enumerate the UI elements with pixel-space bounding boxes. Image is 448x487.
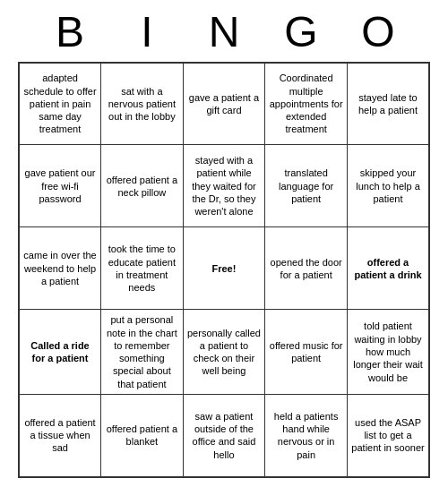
cell-r1-c1: offered patient a neck pillow [101, 145, 184, 227]
cell-r2-c3: opened the door for a patient [265, 227, 348, 310]
cell-r1-c2: stayed with a patient while they waited … [183, 145, 265, 227]
cell-r4-c0: offered a patient a tissue when sad [19, 395, 101, 477]
cell-r2-c2: Free! [183, 227, 265, 310]
bingo-grid: adapted schedule to offer patient in pai… [18, 62, 430, 478]
cell-r0-c4: stayed late to help a patient [348, 63, 429, 145]
cell-r3-c4: told patient waiting in lobby how much l… [348, 310, 429, 395]
letter-o: O [340, 9, 417, 56]
cell-r1-c4: skipped your lunch to help a patient [348, 145, 429, 227]
cell-r0-c2: gave a patient a gift card [183, 63, 265, 145]
cell-r3-c0: Called a ride for a patient [19, 310, 101, 395]
cell-r0-c3: Coordinated multiple appointments for ex… [265, 63, 348, 145]
cell-r2-c4: offered a patient a drink [348, 227, 429, 310]
cell-r3-c2: personally called a patient to check on … [183, 310, 265, 395]
cell-r2-c1: took the time to educate patient in trea… [101, 227, 184, 310]
letter-g: G [263, 9, 340, 56]
cell-r4-c4: used the ASAP list to get a patient in s… [348, 395, 429, 477]
cell-r1-c0: gave patient our free wi-fi password [19, 145, 101, 227]
letter-i: I [108, 9, 185, 56]
cell-r4-c2: saw a patient outside of the office and … [183, 395, 265, 477]
letter-n: N [185, 9, 263, 56]
cell-r3-c1: put a personal note in the chart to reme… [101, 310, 184, 395]
cell-r1-c3: translated language for patient [265, 145, 348, 227]
cell-r0-c0: adapted schedule to offer patient in pai… [19, 63, 101, 145]
cell-r4-c1: offered patient a blanket [101, 395, 184, 477]
cell-r4-c3: held a patients hand while nervous or in… [265, 395, 348, 477]
cell-r3-c3: offered music for patient [265, 310, 348, 395]
bingo-title: B I N G O [31, 9, 417, 56]
cell-r2-c0: came in over the weekend to help a patie… [19, 227, 101, 310]
cell-r0-c1: sat with a nervous patient out in the lo… [101, 63, 184, 145]
letter-b: B [31, 9, 108, 56]
